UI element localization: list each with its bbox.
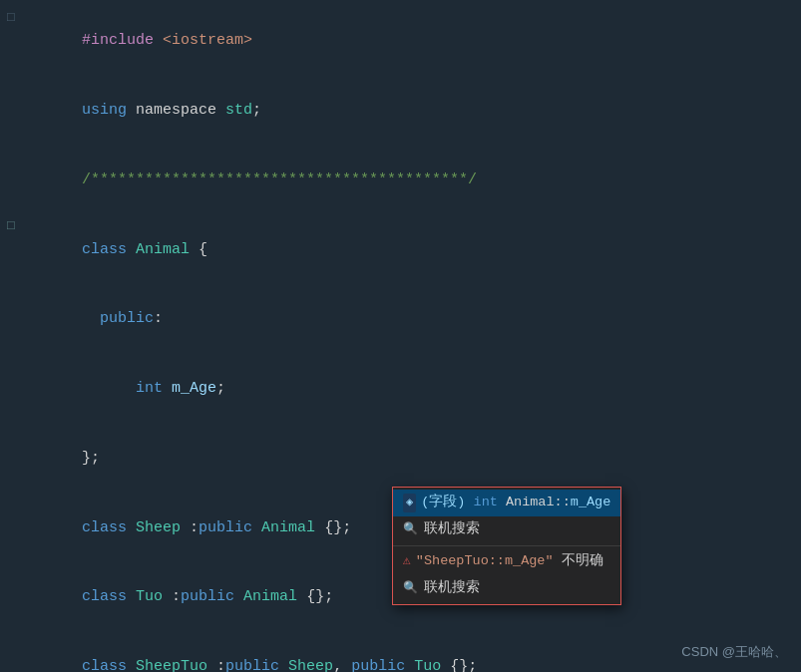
autocomplete-item-warning[interactable]: ⚠ "SheepTuo::m_Age" 不明确 <box>393 548 620 575</box>
autocomplete-search-label-2: 联机搜索 <box>424 578 480 599</box>
code-line-3: /***************************************… <box>0 146 801 215</box>
line-content-1: #include <iostream> <box>28 6 793 76</box>
search-icon-2: 🔍 <box>403 579 418 598</box>
autocomplete-item-field[interactable]: ◈ (字段) int Animal::m_Age <box>393 490 620 516</box>
line-gutter-4: □ <box>0 216 22 236</box>
code-line-6: int m_Age; <box>0 354 801 424</box>
token-header: <iostream> <box>163 32 252 49</box>
watermark: CSDN @王哈哈、 <box>681 642 787 662</box>
code-line-2: using namespace std; <box>0 76 801 146</box>
autocomplete-warning-text: "SheepTuo::m_Age" 不明确 <box>416 551 603 572</box>
token-preproc: #include <box>82 32 163 49</box>
line-content-5: public: <box>28 284 793 354</box>
autocomplete-dropdown[interactable]: ◈ (字段) int Animal::m_Age 🔍 联机搜索 ⚠ "Sheep… <box>392 487 621 605</box>
field-icon: ◈ <box>403 494 416 512</box>
line-content-4: class Animal { <box>28 214 793 284</box>
autocomplete-item-field-text: (字段) int Animal::m_Age <box>421 493 610 513</box>
code-line-5: public: <box>0 284 801 354</box>
autocomplete-separator <box>393 545 620 546</box>
line-content-7: }; <box>28 424 793 494</box>
line-content-3: /***************************************… <box>28 146 793 215</box>
line-content-2: using namespace std; <box>28 76 793 146</box>
token-kw: using <box>82 102 127 119</box>
autocomplete-search-label-1: 联机搜索 <box>424 519 480 540</box>
warning-icon: ⚠ <box>403 551 411 571</box>
code-line-7: }; <box>0 424 801 494</box>
line-content-6: int m_Age; <box>28 354 793 424</box>
line-gutter-1: □ <box>0 8 22 28</box>
search-icon: 🔍 <box>403 520 418 539</box>
autocomplete-item-search-1[interactable]: 🔍 联机搜索 <box>393 516 620 543</box>
code-line-4: □ class Animal { <box>0 214 801 284</box>
code-line-1: □ #include <iostream> <box>0 6 801 76</box>
code-editor: □ #include <iostream> using namespace st… <box>0 0 801 672</box>
autocomplete-item-search-2[interactable]: 🔍 联机搜索 <box>393 575 620 602</box>
line-content-10: class SheepTuo :public Sheep, public Tuo… <box>28 632 793 672</box>
